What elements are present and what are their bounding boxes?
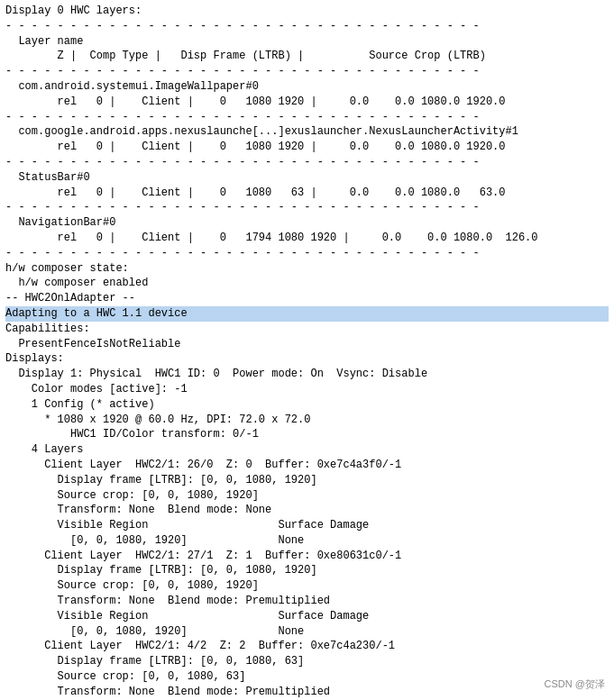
content-line: Source crop: [0, 0, 1080, 1920] bbox=[5, 488, 609, 504]
content-line: Client Layer HWC2/1: 26/0 Z: 0 Buffer: 0… bbox=[5, 458, 609, 473]
content-line: 4 Layers bbox=[5, 442, 609, 458]
content-line: Transform: None Blend mode: Premultiplie… bbox=[5, 685, 609, 700]
content-line: h/w composer enabled bbox=[5, 276, 609, 291]
watermark-text: CSDN @贺泽 bbox=[545, 677, 605, 691]
content-line: Transform: None Blend mode: None bbox=[5, 503, 609, 518]
content-line: [0, 0, 1080, 1920] None bbox=[5, 533, 609, 549]
content-line: NavigationBar#0 bbox=[5, 215, 609, 231]
content-line: * 1080 x 1920 @ 60.0 Hz, DPI: 72.0 x 72.… bbox=[5, 413, 609, 428]
content-line: -- HWC2OnlAdapter -- bbox=[5, 291, 609, 306]
content-line: [0, 0, 1080, 1920] None bbox=[5, 624, 609, 640]
content-line: - - - - - - - - - - - - - - - - - - - - … bbox=[5, 200, 609, 215]
content-line: - - - - - - - - - - - - - - - - - - - - … bbox=[5, 155, 609, 170]
content-line: Client Layer HWC2/1: 27/1 Z: 1 Buffer: 0… bbox=[5, 549, 609, 564]
content-line: Color modes [active]: -1 bbox=[5, 382, 609, 397]
content-line: Visible Region Surface Damage bbox=[5, 609, 609, 624]
content-line: com.android.systemui.ImageWallpaper#0 bbox=[5, 79, 609, 95]
content-line: Visible Region Surface Damage bbox=[5, 518, 609, 533]
content-line: com.google.android.apps.nexuslaunche[...… bbox=[5, 124, 609, 140]
content-line: h/w composer state: bbox=[5, 261, 609, 277]
content-line: rel 0 | Client | 0 1794 1080 1920 | 0.0 … bbox=[5, 231, 609, 246]
content-line: - - - - - - - - - - - - - - - - - - - - … bbox=[5, 19, 609, 34]
content-line: Client Layer HWC2/1: 4/2 Z: 2 Buffer: 0x… bbox=[5, 639, 609, 654]
content-line: Layer name bbox=[5, 34, 609, 50]
content-line: - - - - - - - - - - - - - - - - - - - - … bbox=[5, 110, 609, 125]
content-line: Source crop: [0, 0, 1080, 1920] bbox=[5, 578, 609, 594]
content-line: Display frame [LTRB]: [0, 0, 1080, 1920] bbox=[5, 563, 609, 578]
content-line: rel 0 | Client | 0 1080 1920 | 0.0 0.0 1… bbox=[5, 140, 609, 155]
content-line: StatusBar#0 bbox=[5, 170, 609, 186]
content-line: Adapting to a HWC 1.1 device bbox=[5, 306, 609, 322]
content-line: Z | Comp Type | Disp Frame (LTRB) | Sour… bbox=[5, 49, 609, 64]
content-line: Display 1: Physical HWC1 ID: 0 Power mod… bbox=[5, 367, 609, 382]
content-line: HWC1 ID/Color transform: 0/-1 bbox=[5, 427, 609, 442]
content-line: Capabilities: bbox=[5, 322, 609, 337]
content-area: Display 0 HWC layers:- - - - - - - - - -… bbox=[0, 0, 614, 700]
content-line: rel 0 | Client | 0 1080 63 | 0.0 0.0 108… bbox=[5, 186, 609, 201]
content-line: PresentFenceIsNotReliable bbox=[5, 337, 609, 352]
content-line: rel 0 | Client | 0 1080 1920 | 0.0 0.0 1… bbox=[5, 95, 609, 110]
content-line: - - - - - - - - - - - - - - - - - - - - … bbox=[5, 64, 609, 79]
content-line: Display 0 HWC layers: bbox=[5, 4, 609, 19]
content-line: Display frame [LTRB]: [0, 0, 1080, 63] bbox=[5, 654, 609, 669]
content-line: Display frame [LTRB]: [0, 0, 1080, 1920] bbox=[5, 473, 609, 488]
content-line: 1 Config (* active) bbox=[5, 397, 609, 413]
content-line: Transform: None Blend mode: Premultiplie… bbox=[5, 594, 609, 609]
content-line: Source crop: [0, 0, 1080, 63] bbox=[5, 669, 609, 685]
content-line: - - - - - - - - - - - - - - - - - - - - … bbox=[5, 246, 609, 261]
content-line: Displays: bbox=[5, 351, 609, 367]
